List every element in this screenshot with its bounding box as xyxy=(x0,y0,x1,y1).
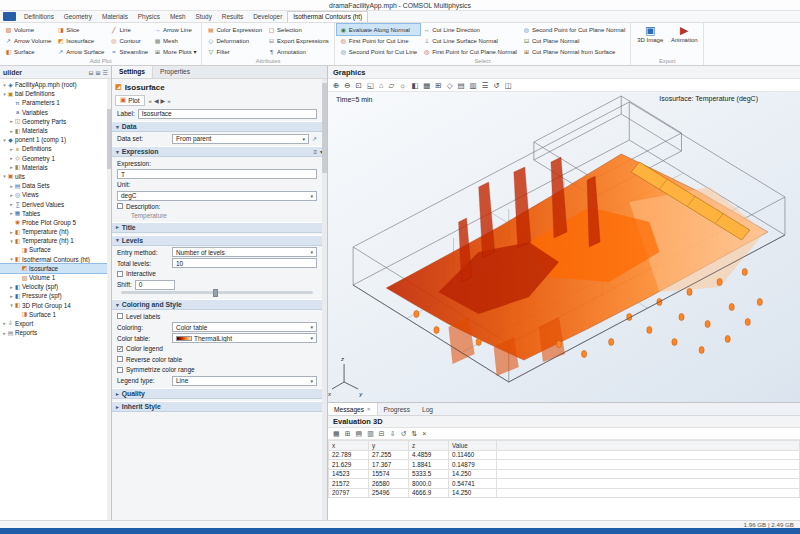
ribbon-button[interactable]: ▣3D Image xyxy=(633,24,667,44)
print-icon[interactable]: ▥ xyxy=(470,81,477,90)
ribbon-tab[interactable]: Developer xyxy=(248,12,287,22)
ribbon-button[interactable]: ≈Streamline xyxy=(107,46,151,57)
shift-slider[interactable] xyxy=(121,291,313,294)
clear-table-icon[interactable]: × xyxy=(422,430,426,437)
table-icon[interactable]: ▦ xyxy=(333,430,340,438)
ribbon-button[interactable]: ▧Volume xyxy=(2,24,54,35)
settings-scrollbar[interactable] xyxy=(322,79,327,520)
tree-item[interactable]: ▾◆ponent 1 (comp 1) xyxy=(0,135,111,144)
ribbon-button[interactable]: ◩Isosurface xyxy=(54,35,107,46)
ribbon-button[interactable]: ◧Surface xyxy=(2,46,54,57)
tab-progress[interactable]: Progress xyxy=(378,403,416,415)
tab-settings[interactable]: Settings xyxy=(112,66,153,78)
eval-row[interactable]: 20797254964666.914.250 xyxy=(329,488,800,498)
ribbon-tab[interactable]: Mesh xyxy=(165,12,191,22)
default-view-icon[interactable]: ⌂ xyxy=(379,81,384,90)
section-header-data[interactable]: ▾Data xyxy=(112,121,327,132)
ribbon-button[interactable]: ▢Selection xyxy=(265,24,332,35)
tree-item[interactable]: ▸◧Materials xyxy=(0,126,111,135)
tree-item[interactable]: ▸◧Temperature (ht) xyxy=(0,227,111,236)
collapse-all-icon[interactable]: ⊟ xyxy=(89,69,94,76)
ribbon-button[interactable]: ◉Evaluate Along Normal xyxy=(337,24,420,35)
image-snapshot-icon[interactable]: ▤ xyxy=(457,81,464,90)
eval-column-header[interactable]: y xyxy=(369,441,409,451)
go-to-source-icon[interactable]: ↗ xyxy=(312,135,317,142)
tree-item[interactable]: ▸▤Data Sets xyxy=(0,181,111,190)
tree-item[interactable]: ▸◎Views xyxy=(0,190,111,199)
ribbon-button[interactable]: ⊞More Plots ▾ xyxy=(151,46,199,57)
ribbon-button[interactable]: ◎Second Point for Cut Line xyxy=(337,46,420,57)
zoom-in-icon[interactable]: ⊕ xyxy=(333,81,339,90)
zoom-box-icon[interactable]: ⊡ xyxy=(356,81,362,90)
eval-row[interactable]: 22.78927.2554.48590.11460 xyxy=(329,450,800,460)
tree-item[interactable]: πParameters 1 xyxy=(0,98,111,107)
tree-item[interactable]: aVariables xyxy=(0,108,111,117)
model-builder-menu-icon[interactable]: ☰ xyxy=(103,69,108,76)
tree-item[interactable]: ▧Volume 1 xyxy=(0,273,111,282)
scientific-notation-icon[interactable]: ▥ xyxy=(367,430,374,438)
plot-last-icon[interactable]: » xyxy=(166,98,171,104)
zoom-out-icon[interactable]: ⊖ xyxy=(344,81,350,90)
section-header-levels[interactable]: ▾Levels xyxy=(112,235,327,246)
label-input[interactable]: Isosurface xyxy=(138,109,317,119)
tree-item[interactable]: ▾◧3D Plot Group 14 xyxy=(0,301,111,310)
unit-input[interactable]: degC▾ xyxy=(117,191,317,201)
shift-input[interactable]: 0 xyxy=(135,280,175,290)
application-menu-button[interactable] xyxy=(3,12,16,21)
tree-item[interactable]: ▸◧Materials xyxy=(0,163,111,172)
ribbon-button[interactable]: ▦Mesh xyxy=(151,35,199,46)
shift-slider-thumb[interactable] xyxy=(213,289,218,297)
tree-item[interactable]: ◉Probe Plot Group 5 xyxy=(0,218,111,227)
rotate-icon[interactable]: ↺ xyxy=(493,81,499,90)
expression-input[interactable]: T xyxy=(117,169,317,179)
symmetrize-checkbox[interactable] xyxy=(117,367,123,373)
color-table-select[interactable]: ThermalLight▾ xyxy=(172,333,317,343)
scrollbar-thumb[interactable] xyxy=(322,83,327,173)
grid-icon[interactable]: ⊞ xyxy=(435,81,441,90)
level-labels-checkbox[interactable] xyxy=(117,313,123,319)
tab-messages[interactable]: Messages× xyxy=(328,403,378,415)
total-levels-input[interactable]: 10 xyxy=(172,258,317,268)
tree-item[interactable]: ◨Surface 1 xyxy=(0,310,111,319)
ribbon-tab[interactable]: Isothermal Contours (ht) xyxy=(287,11,368,22)
ribbon-tab[interactable]: Results xyxy=(217,12,248,22)
tree-item[interactable]: ▾◈FacilityApp.mph (root) xyxy=(0,80,111,89)
scene-light-icon[interactable]: ☼ xyxy=(399,81,406,90)
coloring-select[interactable]: Color table▾ xyxy=(172,322,317,332)
eval-row[interactable]: 14523155745333.514.250 xyxy=(329,469,800,479)
plot-settings-icon[interactable]: ☰ xyxy=(482,81,489,90)
eval-row[interactable]: 21.62917.3671.88410.14879 xyxy=(329,460,800,470)
ribbon-button[interactable]: ╱Line xyxy=(107,24,151,35)
ribbon-button[interactable]: ¶Annotation xyxy=(265,46,332,57)
select-box-icon[interactable]: ◇ xyxy=(447,81,453,90)
eval-row[interactable]: 21572265808000.00.54741 xyxy=(329,479,800,489)
wireframe-icon[interactable]: ▦ xyxy=(423,81,430,90)
ribbon-button[interactable]: →Arrow Line xyxy=(151,24,199,35)
section-header-inherit[interactable]: ▸Inherit Style xyxy=(112,401,327,412)
eval-column-header[interactable]: x xyxy=(329,441,369,451)
plot-button[interactable]: ▣ Plot xyxy=(115,95,145,106)
tree-item[interactable]: ▸⇩Export xyxy=(0,319,111,328)
tab-log[interactable]: Log xyxy=(416,403,439,415)
copy-table-icon[interactable]: ⊟ xyxy=(379,430,385,438)
tree-item[interactable]: ◨Surface xyxy=(0,245,111,254)
export-table-icon[interactable]: ⇩ xyxy=(390,430,396,438)
full-precision-icon[interactable]: ▤ xyxy=(356,430,363,438)
ribbon-button[interactable]: ↔Cut Line Direction xyxy=(420,24,520,35)
dataset-select[interactable]: From parent▾ xyxy=(172,134,309,144)
ribbon-button[interactable]: ▤Color Expression xyxy=(204,24,265,35)
tree-item[interactable]: ▸◧Pressure (spf) xyxy=(0,291,111,300)
description-checkbox[interactable] xyxy=(117,203,123,209)
tree-item[interactable]: ◩Isosurface xyxy=(0,264,111,273)
sort-icon[interactable]: ⇅ xyxy=(411,430,417,438)
ribbon-tab[interactable]: Materials xyxy=(97,12,133,22)
transparency-icon[interactable]: ◧ xyxy=(411,81,418,90)
eval-column-header[interactable]: z xyxy=(409,441,449,451)
tree-item[interactable]: ▸◇Geometry 1 xyxy=(0,154,111,163)
ribbon-tab[interactable]: Study xyxy=(191,12,217,22)
section-header-expression[interactable]: ▾Expression≡▾ xyxy=(112,146,327,157)
plot-previous-icon[interactable]: ◀ xyxy=(153,98,160,104)
ribbon-button[interactable]: ⊟Export Expressions xyxy=(265,35,332,46)
ribbon-tab[interactable]: Physics xyxy=(133,12,165,22)
orthographic-icon[interactable]: ▱ xyxy=(389,81,395,90)
